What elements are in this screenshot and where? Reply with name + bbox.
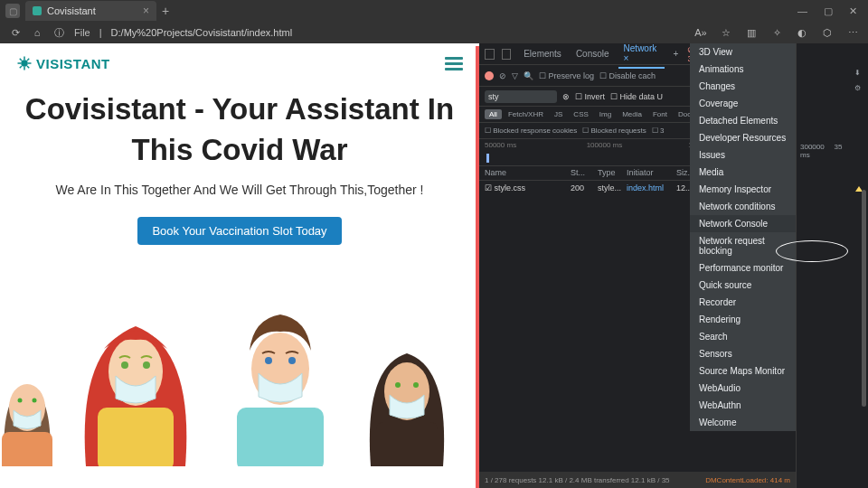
menu-item-issues[interactable]: Issues	[690, 146, 796, 164]
third-party-checkbox[interactable]: ☐ 3	[652, 127, 665, 135]
filter-all[interactable]: All	[485, 109, 502, 119]
svg-line-8	[27, 59, 29, 61]
scrollbar[interactable]	[862, 190, 866, 407]
svg-rect-12	[2, 432, 52, 466]
filter-font[interactable]: Font	[648, 109, 672, 119]
read-icon[interactable]: A»	[694, 26, 707, 39]
tab-network[interactable]: Network ×	[618, 40, 665, 69]
menu-item-memory-inspector[interactable]: Memory Inspector	[690, 181, 796, 198]
svg-rect-20	[237, 408, 324, 466]
filter-fetch[interactable]: Fetch/XHR	[504, 109, 548, 119]
menu-item-network-request-blocking[interactable]: Network request blocking	[690, 232, 796, 259]
svg-point-0	[21, 60, 28, 67]
close-tab-icon[interactable]: ×	[143, 5, 149, 17]
browser-tab[interactable]: Covisistant ×	[25, 1, 156, 21]
more-tools-menu: 3D ViewAnimationsChangesCoverageDetached…	[690, 43, 796, 431]
new-tab-button[interactable]: +	[162, 4, 169, 18]
hero-title: Covisistant - Your Assistant In This Cov…	[14, 89, 466, 170]
minimize-button[interactable]: —	[797, 5, 807, 17]
browser-chrome: ▢ Covisistant × + — ▢ ✕ ⟳ ⌂ ⓘ File | D:/…	[0, 0, 868, 43]
svg-point-10	[18, 399, 23, 403]
menu-item-performance-monitor[interactable]: Performance monitor	[690, 259, 796, 277]
filter-js[interactable]: JS	[550, 109, 567, 119]
tab-elements[interactable]: Elements	[518, 45, 567, 62]
virus-icon	[16, 55, 33, 71]
col-status[interactable]: St...	[569, 166, 596, 180]
menu-item-rendering[interactable]: Rendering	[690, 311, 796, 328]
menu-item-animations[interactable]: Animations	[690, 61, 796, 78]
tab-console[interactable]: Console	[571, 45, 615, 62]
filter-media[interactable]: Media	[618, 109, 646, 119]
device-icon[interactable]	[502, 49, 512, 60]
svg-point-19	[288, 357, 296, 364]
svg-point-15	[143, 361, 150, 369]
svg-point-14	[121, 361, 128, 369]
svg-line-6	[27, 66, 29, 68]
menu-item-media[interactable]: Media	[690, 164, 796, 181]
app-ext-icon[interactable]: ⬡	[821, 26, 834, 39]
menu-item-network-conditions[interactable]: Network conditions	[690, 198, 796, 215]
close-window-button[interactable]: ✕	[849, 5, 857, 17]
filter-input[interactable]	[485, 90, 557, 103]
clear-filter-icon[interactable]: ⊗	[562, 92, 570, 101]
url-text[interactable]: D:/My%20Projects/Covisistant/index.html	[111, 27, 685, 38]
more-icon[interactable]: ⋯	[846, 26, 859, 39]
filter-css[interactable]: CSS	[569, 109, 592, 119]
svg-point-11	[33, 399, 37, 403]
filter-icon[interactable]: ▽	[512, 71, 518, 80]
app-icon[interactable]: ▢	[5, 4, 20, 18]
menu-item-webauthn[interactable]: WebAuthn	[690, 397, 796, 414]
hero-illustration	[0, 272, 479, 466]
menu-item-webaudio[interactable]: WebAudio	[690, 380, 796, 397]
svg-point-18	[265, 357, 272, 364]
extensions-icon[interactable]: ✧	[770, 26, 783, 39]
menu-item-source-maps-monitor[interactable]: Source Maps Monitor	[690, 362, 796, 380]
menu-item-quick-source[interactable]: Quick source	[690, 277, 796, 294]
col-type[interactable]: Type	[596, 166, 625, 180]
filter-img[interactable]: Img	[595, 109, 616, 119]
preserve-log-checkbox[interactable]: ☐ Preserve log	[539, 71, 594, 80]
status-bar: 1 / 278 requests 12.1 kB / 2.4 MB transf…	[479, 472, 796, 488]
drawer-pane: ⬇ ⚙ 300000 ms35	[796, 43, 868, 488]
col-initiator[interactable]: Initiator	[625, 166, 675, 180]
profile-icon[interactable]: ◐	[796, 26, 808, 39]
maximize-button[interactable]: ▢	[824, 5, 833, 17]
devtools-panel: Elements Console Network × + ⊘ 37 ▲ 1006…	[479, 43, 796, 488]
col-name[interactable]: Name	[483, 166, 569, 180]
info-icon[interactable]: ⓘ	[52, 26, 65, 39]
drawer-settings-icon[interactable]: ⚙	[797, 80, 868, 96]
menu-item-3d-view[interactable]: 3D View	[690, 43, 796, 61]
disable-cache-checkbox[interactable]: ☐ Disable cach	[599, 71, 656, 80]
hero-section: Covisistant - Your Assistant In This Cov…	[0, 80, 479, 254]
clear-icon[interactable]: ⊘	[499, 71, 506, 80]
favorite-icon[interactable]: ☆	[720, 26, 732, 39]
menu-item-detached-elements[interactable]: Detached Elements	[690, 112, 796, 129]
home-icon[interactable]: ⌂	[31, 26, 43, 39]
cta-button[interactable]: Book Your Vaccination Slot Today	[137, 217, 341, 245]
tab-title: Covisistant	[47, 5, 96, 16]
blocked-response-checkbox[interactable]: ☐ Blocked response cookies	[485, 127, 577, 135]
record-icon[interactable]	[485, 71, 494, 80]
hide-data-checkbox[interactable]: ☐ Hide data U	[610, 92, 663, 101]
inspect-icon[interactable]	[485, 49, 495, 60]
refresh-icon[interactable]: ⟳	[9, 26, 22, 39]
blocked-requests-checkbox[interactable]: ☐ Blocked requests	[582, 127, 646, 135]
site-logo[interactable]: VISISTANT	[16, 55, 110, 71]
download-icon[interactable]: ⬇	[797, 65, 868, 80]
menu-item-network-console[interactable]: Network Console	[690, 215, 796, 232]
tab-plus[interactable]: +	[668, 45, 684, 62]
hamburger-menu[interactable]	[445, 57, 463, 70]
menu-item-developer-resources[interactable]: Developer Resources	[690, 129, 796, 146]
search-icon[interactable]: 🔍	[524, 71, 533, 80]
menu-item-changes[interactable]: Changes	[690, 78, 796, 95]
menu-item-welcome[interactable]: Welcome	[690, 414, 796, 431]
menu-item-recorder[interactable]: Recorder	[690, 294, 796, 311]
collections-icon[interactable]: ▥	[745, 26, 758, 39]
invert-checkbox[interactable]: ☐ Invert	[575, 92, 605, 101]
issues-indicator[interactable]	[797, 183, 868, 195]
menu-item-coverage[interactable]: Coverage	[690, 95, 796, 112]
svg-line-7	[20, 66, 22, 68]
menu-item-search[interactable]: Search	[690, 328, 796, 345]
menu-item-sensors[interactable]: Sensors	[690, 345, 796, 362]
svg-point-22	[395, 382, 401, 388]
